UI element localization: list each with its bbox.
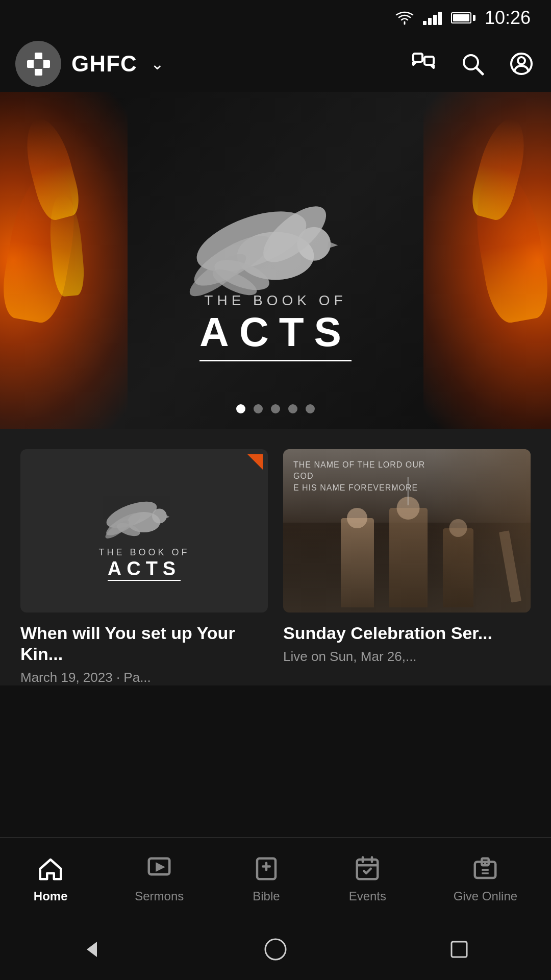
card-1-title: When will You set up Your Kin...: [20, 623, 268, 665]
content-area: THE BOOK OF ACTS When will You set up Yo…: [0, 429, 551, 685]
card-1-series-small: THE BOOK OF: [98, 547, 189, 558]
search-button[interactable]: [458, 50, 487, 78]
header-brand[interactable]: GHFC ⌄: [15, 41, 164, 87]
svg-marker-39: [87, 942, 97, 957]
status-time: 10:26: [485, 7, 531, 29]
flame-left: [0, 92, 133, 429]
nav-bible[interactable]: Bible: [251, 853, 282, 903]
nav-give[interactable]: Give Online: [454, 853, 517, 903]
bottom-nav: Home Sermons Bible: [0, 837, 551, 919]
dropdown-chevron[interactable]: ⌄: [151, 54, 164, 74]
events-icon: [352, 853, 383, 884]
nav-sermons[interactable]: Sermons: [135, 853, 184, 903]
app-header: GHFC ⌄: [0, 36, 551, 92]
svg-rect-30: [357, 860, 378, 879]
carousel-dots[interactable]: [236, 404, 315, 413]
home-circle-button[interactable]: [263, 937, 288, 962]
card-1-image: THE BOOK OF ACTS: [20, 449, 268, 612]
recents-icon: [446, 937, 472, 962]
sermons-icon: [144, 853, 174, 884]
app-logo: [15, 41, 61, 87]
search-icon: [460, 52, 485, 76]
wifi-icon: [395, 11, 414, 25]
dove-icon: [179, 160, 372, 323]
svg-rect-4: [424, 57, 434, 65]
home-circle-icon: [263, 937, 288, 962]
card-2[interactable]: THE NAME OF THE LORD OUR GOD E HIS NAME …: [283, 449, 531, 685]
dot-3[interactable]: [271, 404, 280, 413]
card-1-subtitle: March 19, 2023 · Pa...: [20, 670, 268, 685]
card-1[interactable]: THE BOOK OF ACTS When will You set up Yo…: [20, 449, 268, 685]
home-icon: [35, 853, 66, 884]
nav-home-label: Home: [34, 889, 68, 903]
svg-rect-3: [413, 54, 422, 62]
nav-events-label: Events: [349, 889, 386, 903]
bible-icon: [251, 853, 282, 884]
svg-point-8: [518, 57, 525, 64]
hero-carousel[interactable]: THE BOOK OF ACTS: [0, 92, 551, 429]
give-icon: [470, 853, 500, 884]
card-1-series-large: ACTS: [108, 558, 181, 581]
dot-2[interactable]: [254, 404, 263, 413]
profile-icon: [509, 52, 534, 76]
svg-point-40: [265, 939, 286, 960]
card-2-image: THE NAME OF THE LORD OUR GOD E HIS NAME …: [283, 449, 531, 612]
svg-marker-20: [165, 515, 170, 519]
card-2-subtitle: Live on Sun, Mar 26,...: [283, 649, 531, 665]
back-button[interactable]: [79, 937, 105, 962]
svg-rect-41: [452, 942, 467, 957]
card-dove-icon: [103, 481, 185, 547]
logo-icon: [24, 50, 53, 78]
profile-button[interactable]: [507, 50, 536, 78]
signal-bars: [423, 11, 442, 25]
hero-content: THE BOOK OF ACTS: [179, 160, 372, 361]
back-icon: [79, 937, 105, 962]
worship-people: [283, 523, 531, 612]
dot-4[interactable]: [288, 404, 297, 413]
hero-slide-1: THE BOOK OF ACTS: [0, 92, 551, 429]
card-2-overlay-text: THE NAME OF THE LORD OUR GOD E HIS NAME …: [293, 459, 425, 494]
svg-marker-26: [157, 864, 163, 870]
brand-name: GHFC: [71, 51, 137, 77]
status-bar: 10:26: [0, 0, 551, 36]
cards-grid: THE BOOK OF ACTS When will You set up Yo…: [20, 449, 531, 685]
card-2-title: Sunday Celebration Ser...: [283, 623, 531, 644]
nav-give-label: Give Online: [454, 889, 517, 903]
nav-events[interactable]: Events: [349, 853, 386, 903]
chat-button[interactable]: [409, 50, 438, 78]
dot-5[interactable]: [306, 404, 315, 413]
battery-indicator: [451, 12, 475, 23]
svg-marker-11: [328, 241, 338, 249]
header-actions: [409, 50, 536, 78]
flame-right: [418, 92, 551, 429]
recents-button[interactable]: [446, 937, 472, 962]
svg-line-6: [477, 68, 483, 74]
nav-home[interactable]: Home: [34, 853, 68, 903]
status-icons: 10:26: [395, 7, 531, 29]
system-nav: [0, 919, 551, 980]
svg-rect-2: [34, 59, 43, 69]
dot-1[interactable]: [236, 404, 245, 413]
chat-icon: [411, 52, 436, 76]
card-accent: [247, 454, 263, 470]
nav-bible-label: Bible: [253, 889, 280, 903]
nav-sermons-label: Sermons: [135, 889, 184, 903]
